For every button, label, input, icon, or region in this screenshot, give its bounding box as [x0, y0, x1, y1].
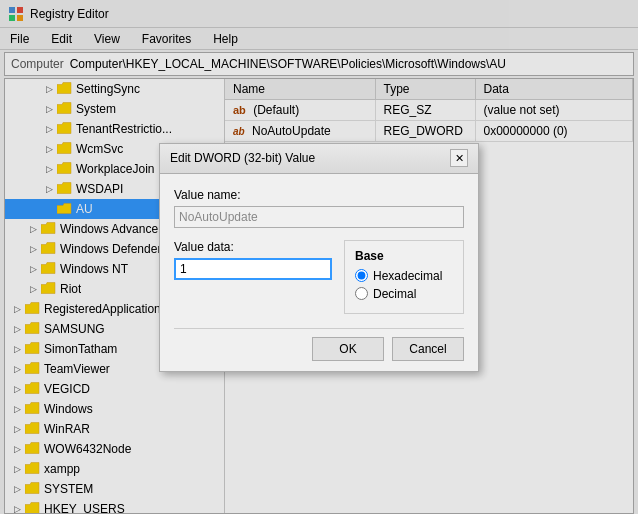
base-section: Base Hexadecimal Decimal [344, 240, 464, 314]
hexadecimal-radio[interactable] [355, 269, 368, 282]
edit-dword-dialog: Edit DWORD (32-bit) Value ✕ Value name: … [159, 143, 479, 372]
value-data-label: Value data: [174, 240, 332, 254]
dialog-close-button[interactable]: ✕ [450, 149, 468, 167]
dialog-buttons: OK Cancel [174, 328, 464, 361]
dialog-title-bar: Edit DWORD (32-bit) Value ✕ [160, 144, 478, 174]
dialog-body: Value name: Value data: Base Hexadecimal… [160, 174, 478, 371]
hexadecimal-radio-row[interactable]: Hexadecimal [355, 269, 453, 283]
modal-overlay: Edit DWORD (32-bit) Value ✕ Value name: … [0, 0, 638, 514]
decimal-label: Decimal [373, 287, 416, 301]
decimal-radio[interactable] [355, 287, 368, 300]
base-label: Base [355, 249, 453, 263]
cancel-button[interactable]: Cancel [392, 337, 464, 361]
value-data-input[interactable] [174, 258, 332, 280]
ok-button[interactable]: OK [312, 337, 384, 361]
hexadecimal-label: Hexadecimal [373, 269, 442, 283]
value-name-input[interactable] [174, 206, 464, 228]
value-data-section: Value data: [174, 240, 332, 280]
dialog-row: Value data: Base Hexadecimal Decimal [174, 240, 464, 314]
value-name-label: Value name: [174, 188, 464, 202]
decimal-radio-row[interactable]: Decimal [355, 287, 453, 301]
dialog-title: Edit DWORD (32-bit) Value [170, 151, 315, 165]
